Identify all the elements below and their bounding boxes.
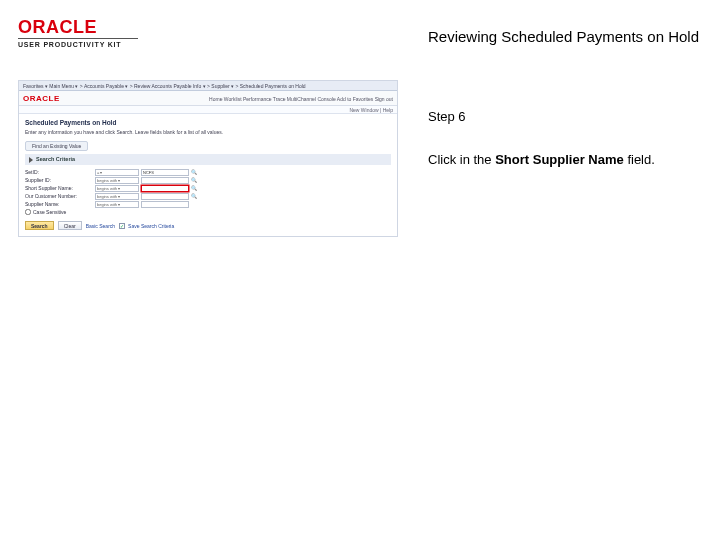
- op-setid[interactable]: = ▾: [95, 169, 139, 176]
- app-screenshot-thumb: Favorites ▾ Main Menu ▾ > Accounts Payab…: [18, 80, 398, 237]
- oracle-wordmark: ORACLE: [18, 18, 410, 36]
- instruction-suffix: field.: [624, 152, 655, 167]
- input-supplier-id[interactable]: [141, 177, 189, 184]
- instruction-prefix: Click in the: [428, 152, 495, 167]
- label-setid: SetID:: [25, 169, 93, 175]
- instruction-bold: Short Supplier Name: [495, 152, 624, 167]
- search-criteria-label: Search Criteria: [36, 156, 75, 162]
- op-short-supplier-name[interactable]: begins with ▾: [95, 185, 139, 192]
- app-window-links: New Window | Help: [19, 106, 397, 114]
- app-top-links: Home Worklist Performance Trace MultiCha…: [209, 96, 393, 102]
- app-page-subtitle: Enter any information you have and click…: [25, 129, 391, 135]
- label-our-customer-number: Our Customer Number:: [25, 193, 93, 199]
- lookup-icon[interactable]: 🔍: [191, 169, 203, 175]
- lookup-icon[interactable]: 🔍: [191, 177, 203, 183]
- clear-button[interactable]: Clear: [58, 221, 82, 230]
- save-search-checkbox[interactable]: [119, 223, 125, 229]
- search-criteria-header: Search Criteria: [25, 154, 391, 165]
- basic-search-link[interactable]: Basic Search: [86, 223, 115, 229]
- lookup-icon[interactable]: 🔍: [191, 185, 203, 191]
- breadcrumb: Favorites ▾ Main Menu ▾ > Accounts Payab…: [19, 81, 397, 91]
- save-search-link[interactable]: Save Search Criteria: [128, 223, 174, 229]
- tab-find-existing-value[interactable]: Find an Existing Value: [25, 141, 88, 151]
- checkbox-case-sensitive[interactable]: [25, 209, 31, 215]
- label-supplier-id: Supplier ID:: [25, 177, 93, 183]
- app-page-title: Scheduled Payments on Hold: [25, 119, 391, 126]
- input-setid[interactable]: NCFS: [141, 169, 189, 176]
- label-supplier-name: Supplier Name:: [25, 201, 93, 207]
- input-our-customer-number[interactable]: [141, 193, 189, 200]
- search-button[interactable]: Search: [25, 221, 54, 230]
- input-supplier-name[interactable]: [141, 201, 189, 208]
- step-number: Step 6: [428, 109, 706, 124]
- oracle-mini-logo: ORACLE: [23, 94, 60, 103]
- op-our-customer-number[interactable]: begins with ▾: [95, 193, 139, 200]
- op-supplier-id[interactable]: begins with ▾: [95, 177, 139, 184]
- label-short-supplier-name: Short Supplier Name:: [25, 185, 93, 191]
- upk-subtitle: USER PRODUCTIVITY KIT: [18, 38, 138, 48]
- page-title: Reviewing Scheduled Payments on Hold: [428, 28, 706, 45]
- case-sensitive-text: Case Sensitive: [33, 209, 66, 215]
- input-short-supplier-name[interactable]: [141, 185, 189, 192]
- instruction-text: Click in the Short Supplier Name field.: [428, 152, 706, 167]
- op-supplier-name[interactable]: begins with ▾: [95, 201, 139, 208]
- app-brandbar: ORACLE Home Worklist Performance Trace M…: [19, 91, 397, 106]
- oracle-upk-logo: ORACLE USER PRODUCTIVITY KIT: [18, 18, 410, 48]
- label-case-sensitive: Case Sensitive: [25, 209, 93, 216]
- lookup-icon[interactable]: 🔍: [191, 193, 203, 199]
